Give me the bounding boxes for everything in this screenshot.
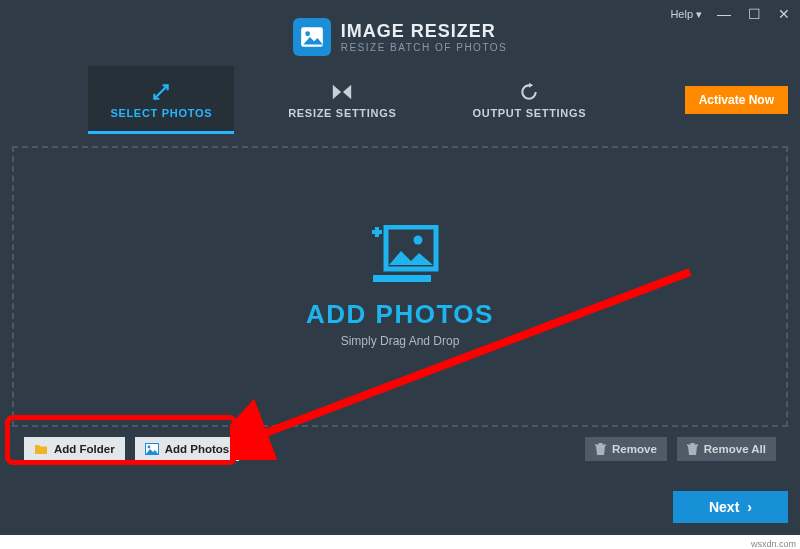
add-photos-title: ADD PHOTOS <box>306 299 494 330</box>
button-label: Next <box>709 499 739 515</box>
add-photos-button[interactable]: Add Photos <box>135 437 240 461</box>
app-window: Help ▾ — ☐ ✕ IMAGE RESIZER RESIZE BATCH … <box>0 0 800 535</box>
drop-zone[interactable]: ADD PHOTOS Simply Drag And Drop <box>12 146 788 427</box>
button-label: Remove <box>612 443 657 455</box>
app-subtitle: RESIZE BATCH OF PHOTOS <box>341 42 508 53</box>
svg-point-1 <box>305 31 310 36</box>
tab-select-photos[interactable]: SELECT PHOTOS <box>88 66 234 134</box>
resize-triangles-icon <box>331 81 353 103</box>
svg-rect-4 <box>373 275 431 282</box>
button-label: Add Folder <box>54 443 115 455</box>
add-folder-button[interactable]: Add Folder <box>24 437 125 461</box>
button-label: Add Photos <box>165 443 230 455</box>
svg-point-3 <box>414 236 423 245</box>
add-photos-icon <box>361 225 439 287</box>
trash-icon <box>687 443 698 455</box>
remove-all-button[interactable]: Remove All <box>677 437 776 461</box>
svg-point-6 <box>147 446 150 449</box>
tab-label: OUTPUT SETTINGS <box>472 107 586 119</box>
remove-button[interactable]: Remove <box>585 437 667 461</box>
tab-output-settings[interactable]: OUTPUT SETTINGS <box>450 66 608 134</box>
tabs: SELECT PHOTOS RESIZE SETTINGS OUTPUT SET… <box>12 66 685 134</box>
app-title: IMAGE RESIZER <box>341 21 508 42</box>
chevron-right-icon: › <box>747 499 752 515</box>
picture-icon <box>145 443 159 455</box>
trash-icon <box>595 443 606 455</box>
refresh-icon <box>519 81 539 103</box>
tab-resize-settings[interactable]: RESIZE SETTINGS <box>266 66 418 134</box>
activate-now-button[interactable]: Activate Now <box>685 86 788 114</box>
picture-icon <box>299 24 325 50</box>
next-button[interactable]: Next › <box>673 491 788 523</box>
watermark: wsxdn.com <box>751 539 796 549</box>
tabs-row: SELECT PHOTOS RESIZE SETTINGS OUTPUT SET… <box>0 66 800 134</box>
footer: Next › <box>0 473 800 535</box>
tab-label: RESIZE SETTINGS <box>288 107 396 119</box>
toolbar: Add Folder Add Photos Remove Remove All <box>12 427 788 461</box>
folder-icon <box>34 443 48 455</box>
app-logo <box>293 18 331 56</box>
content-area: ADD PHOTOS Simply Drag And Drop Add Fold… <box>0 134 800 473</box>
expand-arrows-icon <box>151 81 171 103</box>
button-label: Remove All <box>704 443 766 455</box>
tab-label: SELECT PHOTOS <box>110 107 212 119</box>
app-branding: IMAGE RESIZER RESIZE BATCH OF PHOTOS <box>0 18 800 66</box>
add-photos-subtitle: Simply Drag And Drop <box>341 334 460 348</box>
